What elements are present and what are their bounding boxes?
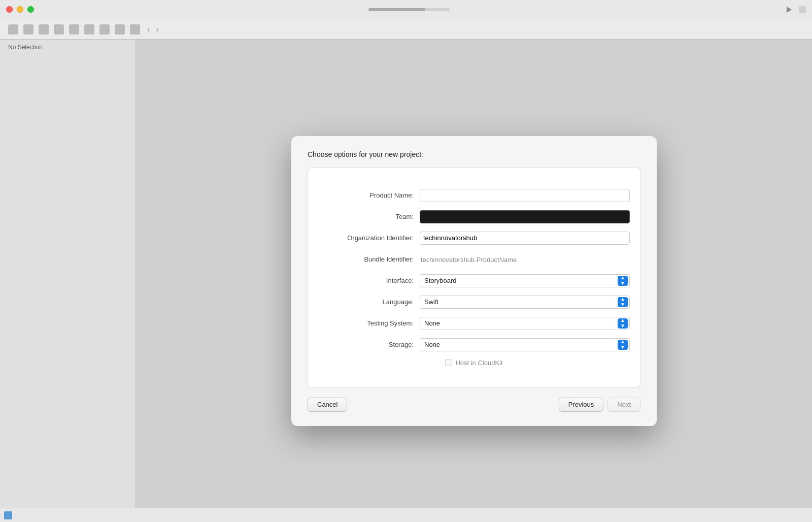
nav-forward-button[interactable]: › (154, 24, 160, 35)
language-select[interactable]: Swift Objective-C (420, 296, 630, 309)
testing-system-select[interactable]: None XCTest (420, 317, 630, 330)
cloudkit-checkbox[interactable] (445, 359, 452, 366)
interface-label: Interface: (318, 277, 420, 284)
storage-select-wrapper: None Core Data SwiftData ▲ ▼ (420, 338, 630, 351)
toolbar-icon-5[interactable] (69, 24, 79, 35)
product-name-field (420, 189, 630, 202)
nav-buttons: Previous Next (559, 398, 640, 412)
play-button[interactable] (784, 4, 795, 15)
titlebar-center (38, 8, 780, 11)
team-label: Team: (318, 213, 420, 220)
statusbar (0, 508, 812, 522)
cloudkit-label: Host in CloudKit (455, 359, 502, 367)
previous-button[interactable]: Previous (559, 398, 604, 412)
testing-system-row: Testing System: None XCTest ▲ ▼ (318, 316, 630, 331)
bundle-identifier-label: Bundle Identifier: (318, 255, 420, 263)
no-selection-label: No Selection (0, 40, 136, 55)
toolbar-nav: ‹ › (145, 24, 161, 35)
progress-bar-fill (368, 8, 425, 11)
testing-system-field: None XCTest ▲ ▼ (420, 317, 630, 330)
progress-bar (368, 8, 450, 11)
minimize-button[interactable] (17, 6, 23, 13)
toolbar-icon-2[interactable] (23, 24, 33, 35)
team-select[interactable] (420, 210, 630, 223)
dialog-footer: Cancel Previous Next (308, 398, 640, 412)
interface-select[interactable]: Storyboard SwiftUI (420, 274, 630, 287)
language-select-wrapper: Swift Objective-C ▲ ▼ (420, 296, 630, 309)
language-field: Swift Objective-C ▲ ▼ (420, 296, 630, 309)
modal-overlay: Choose options for your new project: Pro… (136, 40, 812, 522)
toolbar-icon-4[interactable] (54, 24, 64, 35)
org-identifier-row: Organization Identifier: (318, 231, 630, 245)
form-area: Product Name: Team: Organization Identif… (308, 168, 640, 387)
window-mode-button[interactable] (799, 6, 806, 13)
close-button[interactable] (6, 6, 13, 13)
team-row: Team: (318, 210, 630, 224)
interface-row: Interface: Storyboard SwiftUI ▲ ▼ (318, 274, 630, 288)
toolbar-icon-3[interactable] (39, 24, 49, 35)
maximize-button[interactable] (27, 6, 34, 13)
org-identifier-input[interactable] (420, 232, 630, 245)
storage-select[interactable]: None Core Data SwiftData (420, 338, 630, 351)
titlebar (0, 0, 812, 19)
org-identifier-field (420, 232, 630, 245)
product-name-label: Product Name: (318, 191, 420, 199)
testing-system-label: Testing System: (318, 319, 420, 327)
next-button[interactable]: Next (607, 398, 640, 412)
sidebar: No Selection (0, 40, 136, 522)
toolbar-icon-7[interactable] (99, 24, 110, 35)
language-row: Language: Swift Objective-C ▲ ▼ (318, 295, 630, 309)
dialog-title: Choose options for your new project: (308, 150, 640, 158)
toolbar-icon-9[interactable] (130, 24, 140, 35)
interface-field: Storyboard SwiftUI ▲ ▼ (420, 274, 630, 287)
play-icon (787, 7, 792, 13)
toolbar-icon-1[interactable] (8, 24, 18, 35)
product-name-row: Product Name: (318, 188, 630, 203)
interface-select-wrapper: Storyboard SwiftUI ▲ ▼ (420, 274, 630, 287)
bundle-identifier-row: Bundle Identifier: techinnovatorshub.Pro… (318, 252, 630, 267)
storage-field: None Core Data SwiftData ▲ ▼ (420, 338, 630, 351)
main-content: Choose options for your new project: Pro… (136, 40, 812, 522)
storage-label: Storage: (318, 341, 420, 348)
statusbar-icon (4, 511, 12, 519)
new-project-dialog: Choose options for your new project: Pro… (291, 136, 657, 426)
testing-system-select-wrapper: None XCTest ▲ ▼ (420, 317, 630, 330)
bundle-identifier-field: techinnovatorshub.ProductName (420, 255, 630, 264)
bundle-identifier-value: techinnovatorshub.ProductName (420, 256, 518, 264)
toolbar-icon-8[interactable] (115, 24, 125, 35)
product-name-input[interactable] (420, 189, 630, 202)
org-identifier-label: Organization Identifier: (318, 234, 420, 242)
team-field (420, 210, 630, 223)
nav-back-button[interactable]: ‹ (145, 24, 152, 35)
titlebar-controls (784, 4, 806, 15)
toolbar: ‹ › (0, 19, 812, 40)
toolbar-icon-6[interactable] (84, 24, 94, 35)
cloudkit-row: Host in CloudKit (318, 359, 630, 367)
cancel-button[interactable]: Cancel (308, 398, 347, 412)
language-label: Language: (318, 298, 420, 306)
storage-row: Storage: None Core Data SwiftData ▲ (318, 338, 630, 352)
